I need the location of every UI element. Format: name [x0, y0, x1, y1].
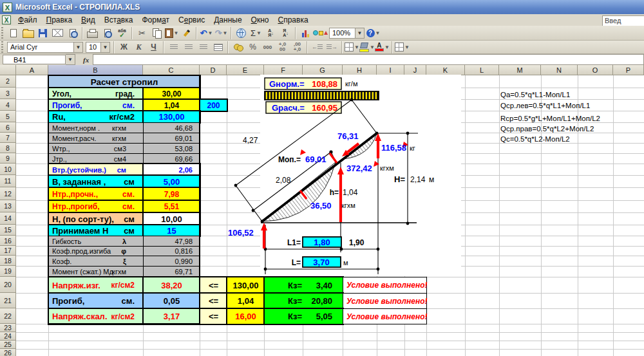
decrease-indent-icon[interactable]: ← [310, 41, 325, 54]
email-icon[interactable] [50, 26, 65, 40]
drawing-icon[interactable] [313, 26, 328, 40]
row-header-11[interactable]: 11 [0, 175, 16, 187]
ask-question-box[interactable]: Введ [602, 15, 644, 26]
cell-C22[interactable]: 3,17 [142, 308, 201, 325]
insert-function-icon[interactable]: fx [83, 56, 89, 64]
cell-E22[interactable]: 16,00 [226, 308, 265, 325]
column-header-C[interactable]: C [143, 65, 200, 75]
new-document-icon[interactable] [6, 26, 21, 40]
formula-input[interactable] [93, 54, 644, 65]
copy-icon[interactable] [149, 26, 164, 40]
cut-icon[interactable]: ✂ [135, 26, 149, 40]
align-right-icon[interactable] [196, 41, 211, 54]
row-header-13[interactable]: 13 [0, 200, 16, 212]
menu-Данные[interactable]: Данные [209, 15, 246, 25]
insert-hyperlink-icon[interactable] [234, 26, 249, 40]
column-header-E[interactable]: E [227, 65, 264, 75]
menu-Файл[interactable]: Файл [14, 15, 42, 25]
column-header-B[interactable]: B [48, 65, 143, 75]
column-header-I[interactable]: I [377, 65, 404, 75]
cell-D21[interactable]: <= [199, 292, 228, 310]
menu-Сервис[interactable]: Сервис [174, 15, 209, 25]
cell-F20[interactable]: Кз=3,40 [263, 276, 344, 294]
bold-button[interactable]: Ж [117, 41, 131, 54]
cell-C18[interactable]: 0,990 [143, 256, 200, 267]
column-header-M[interactable]: M [499, 65, 541, 75]
row-header-26[interactable]: 26 [0, 349, 16, 356]
cell-H21[interactable]: Условие выполнено! [343, 293, 427, 309]
row-header-21[interactable]: 21 [0, 293, 16, 308]
column-header-J[interactable]: J [404, 65, 426, 75]
row-header-14[interactable]: 14 [0, 212, 16, 225]
font-size-combo[interactable]: 10▼ [86, 42, 110, 53]
name-box[interactable]: B41 [3, 55, 66, 64]
cell-H20[interactable]: Условие выполнено! [343, 277, 427, 294]
sort-descending-icon[interactable]: ЯА↓ [278, 26, 293, 40]
cell-C8[interactable]: 53,08 [143, 143, 200, 154]
fill-color-icon[interactable]: ▼ [359, 41, 375, 54]
zoom-combo[interactable]: 100%▼ [329, 28, 365, 39]
worksheet-grid[interactable]: ABCDEFGHIJKLMNOP234567891011121314151617… [0, 65, 644, 356]
search-icon[interactable] [65, 26, 80, 40]
decrease-decimal-icon[interactable]: ,00+,0 [290, 41, 305, 54]
open-icon[interactable] [21, 26, 35, 40]
italic-button[interactable]: К [131, 41, 146, 54]
column-header-P[interactable]: P [613, 65, 644, 75]
paste-icon[interactable]: ▼ [164, 26, 179, 40]
cell-D22[interactable]: <= [199, 308, 228, 325]
print-preview-icon[interactable] [100, 26, 115, 40]
cell-B7[interactable]: Момент,расч.кгхм [48, 133, 144, 144]
column-header-K[interactable]: K [426, 65, 465, 75]
font-color-icon[interactable]: А▼ [375, 41, 390, 54]
row-header-2[interactable]: 2 [0, 75, 16, 88]
spelling-icon[interactable]: абв✓ [115, 26, 129, 40]
currency-icon[interactable] [231, 41, 245, 54]
cell-D4[interactable]: 200 [199, 98, 228, 112]
increase-indent-icon[interactable]: → [325, 41, 339, 54]
cell-F22[interactable]: Кз=5,05 [263, 308, 344, 325]
chart-wizard-icon[interactable] [298, 26, 313, 40]
workbook-icon[interactable]: X [2, 15, 11, 24]
format-painter-icon[interactable] [179, 26, 194, 40]
menu-Справка[interactable]: Справка [273, 15, 312, 25]
row-header-25[interactable]: 25 [0, 341, 16, 349]
cell-C5[interactable]: 130,00 [142, 110, 201, 124]
cell-B6[interactable]: Момент,норм .кгхм [48, 122, 144, 133]
help-icon[interactable]: ?▼ [366, 26, 381, 40]
column-header-N[interactable]: N [541, 65, 578, 75]
row-header-5[interactable]: 5 [0, 111, 16, 122]
cell-E20[interactable]: 130,00 [226, 276, 265, 294]
cell-C21[interactable]: 0,05 [142, 292, 201, 310]
row-header-24[interactable]: 24 [0, 332, 16, 341]
select-all-corner[interactable] [0, 65, 16, 75]
cell-B8[interactable]: Wтр.,см3 [48, 143, 144, 154]
row-header-20[interactable]: 20 [0, 277, 16, 293]
cell-C17[interactable]: 0,816 [143, 246, 200, 256]
undo-icon[interactable]: ↶▼ [199, 26, 214, 40]
save-icon[interactable] [35, 26, 50, 40]
menu-Вид[interactable]: Вид [77, 15, 100, 25]
align-left-icon[interactable] [166, 41, 181, 54]
row-header-15[interactable]: 15 [0, 225, 16, 236]
font-name-combo[interactable]: Arial Cyr▼ [7, 42, 83, 53]
cell-C15[interactable]: 15 [142, 224, 201, 237]
row-header-22[interactable]: 22 [0, 308, 16, 324]
merge-center-icon[interactable] [211, 41, 225, 54]
menu-Вставка[interactable]: Вставка [100, 15, 138, 25]
column-header-A[interactable]: A [16, 65, 48, 75]
cell-E21[interactable]: 1,04 [226, 292, 265, 310]
menu-Правка[interactable]: Правка [42, 15, 77, 25]
cell-C6[interactable]: 46,68 [143, 122, 200, 133]
thousands-icon[interactable]: 000 [260, 41, 275, 54]
align-center-icon[interactable] [181, 41, 196, 54]
column-header-L[interactable]: L [465, 65, 499, 75]
row-header-8[interactable]: 8 [0, 143, 16, 153]
row-header-6[interactable]: 6 [0, 122, 16, 133]
sort-ascending-icon[interactable]: АЯ↓ [263, 26, 278, 40]
row-header-3[interactable]: 3 [0, 88, 16, 99]
cell-H22[interactable]: Условие выполнено! [343, 308, 427, 324]
increase-decimal-icon[interactable]: +,000 [275, 41, 290, 54]
cell-B5[interactable]: Ru,кг/см2 [48, 110, 144, 124]
cell-C20[interactable]: 38,20 [142, 276, 201, 294]
row-header-16[interactable]: 16 [0, 236, 16, 246]
